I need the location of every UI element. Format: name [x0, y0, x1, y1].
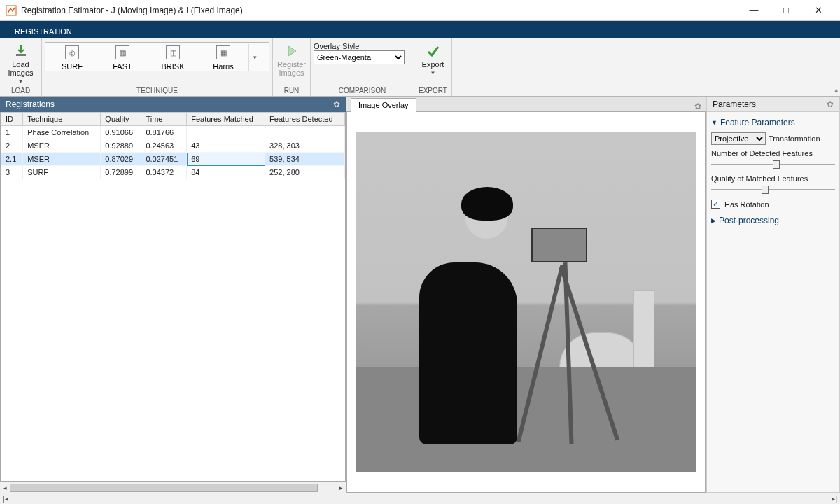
technique-brisk[interactable]: ◫BRISK — [148, 44, 198, 71]
ribbon: Load Images ▼ LOAD ◎SURF ▥FAST ◫BRISK ▦H… — [0, 38, 840, 97]
registrations-title: Registrations — [6, 99, 55, 109]
check-icon — [426, 43, 441, 59]
technique-more-button[interactable]: ▾ — [248, 44, 261, 71]
column-header[interactable]: Features Detected — [265, 113, 345, 126]
table-cell: MSER — [23, 153, 101, 166]
table-cell: 2 — [1, 139, 23, 153]
load-images-button[interactable]: Load Images ▼ — [3, 42, 38, 86]
has-rotation-checkbox[interactable]: ✓ — [711, 200, 720, 209]
transformation-label: Transformation — [769, 134, 820, 143]
technique-surf[interactable]: ◎SURF — [47, 44, 97, 71]
scroll-left-icon[interactable]: ◂ — [0, 482, 10, 493]
svg-rect-0 — [6, 6, 16, 15]
column-header[interactable]: ID — [1, 113, 23, 126]
app-icon — [6, 5, 17, 16]
surf-icon: ◎ — [65, 46, 79, 59]
expand-icon: ▼ — [711, 119, 718, 126]
overlay-style-label: Overlay Style — [314, 42, 359, 50]
table-cell: 0.027451 — [141, 153, 187, 166]
table-cell: 43 — [187, 139, 265, 153]
overlay-image-area[interactable] — [346, 112, 706, 493]
parameters-panel: Parameters ✿ ▼ Feature Parameters Projec… — [706, 97, 840, 493]
column-header[interactable]: Technique — [23, 113, 101, 126]
transformation-select[interactable]: Projective — [711, 132, 766, 145]
main-area: Registrations ✿ IDTechniqueQualityTimeFe… — [0, 97, 840, 493]
quality-matched-slider[interactable] — [711, 184, 835, 195]
minimize-button[interactable]: — — [738, 0, 770, 21]
table-cell: 0.87029 — [101, 153, 141, 166]
tab-image-overlay[interactable]: Image Overlay — [351, 98, 416, 112]
table-cell: 2.1 — [1, 153, 23, 166]
register-images-button[interactable]: Register Images — [276, 42, 307, 78]
parameters-title: Parameters — [713, 99, 756, 109]
table-row[interactable]: 2MSER0.928890.2456343328, 303 — [1, 139, 345, 153]
window-title: Registration Estimator - J (Moving Image… — [21, 6, 738, 15]
registrations-table: IDTechniqueQualityTimeFeatures MatchedFe… — [1, 112, 345, 179]
technique-harris[interactable]: ▦Harris — [198, 44, 248, 71]
register-images-label: Register Images — [277, 60, 306, 77]
column-header[interactable]: Time — [141, 113, 187, 126]
quality-matched-label: Quality of Matched Features — [711, 174, 835, 183]
play-icon — [284, 43, 300, 59]
table-row[interactable]: 1Phase Correlation0.910660.81766 — [1, 126, 345, 139]
table-cell: 0.04372 — [141, 166, 187, 179]
table-cell — [265, 126, 345, 139]
table-cell: 0.24563 — [141, 139, 187, 153]
table-row[interactable]: 3SURF0.728990.0437284252, 280 — [1, 166, 345, 179]
group-label-comparison: COMPARISON — [314, 86, 411, 96]
table-cell: 84 — [187, 166, 265, 179]
num-detected-slider[interactable] — [711, 159, 835, 170]
export-button[interactable]: Export ▼ — [417, 42, 449, 78]
group-label-run: RUN — [276, 86, 307, 96]
table-cell: 328, 303 — [265, 139, 345, 153]
scroll-right-icon[interactable]: ▸ — [336, 482, 346, 493]
maximize-button[interactable]: □ — [770, 0, 802, 21]
gear-icon[interactable]: ✿ — [827, 99, 834, 109]
status-bar: |◂ ▸| — [0, 493, 840, 504]
post-processing-group[interactable]: ▶ Post-processing — [711, 213, 835, 228]
nav-left-icon[interactable]: |◂ — [3, 495, 8, 503]
registrations-header: Registrations ✿ — [0, 97, 346, 112]
column-header[interactable]: Quality — [101, 113, 141, 126]
table-cell: 1 — [1, 126, 23, 139]
table-cell: SURF — [23, 166, 101, 179]
image-overlay-panel: Image Overlay ✿ — [346, 97, 706, 493]
gear-icon[interactable]: ✿ — [694, 102, 701, 111]
dropdown-caret-icon: ▼ — [430, 70, 436, 76]
table-cell: 0.72899 — [101, 166, 141, 179]
export-label: Export — [422, 60, 444, 69]
num-detected-label: Number of Detected Features — [711, 149, 835, 158]
technique-fast[interactable]: ▥FAST — [97, 44, 148, 71]
brisk-icon: ◫ — [166, 46, 180, 59]
table-cell: Phase Correlation — [23, 126, 101, 139]
download-icon — [13, 43, 29, 59]
table-cell: 252, 280 — [265, 166, 345, 179]
overlay-image — [356, 132, 696, 472]
table-cell: 69 — [187, 153, 265, 166]
scrollbar-thumb[interactable] — [10, 484, 318, 492]
nav-right-icon[interactable]: ▸| — [832, 495, 837, 503]
table-row[interactable]: 2.1MSER0.870290.02745169539, 534 — [1, 153, 345, 166]
feature-parameters-group[interactable]: ▼ Feature Parameters — [711, 115, 835, 130]
close-button[interactable]: ✕ — [802, 0, 834, 21]
table-cell: 0.81766 — [141, 126, 187, 139]
harris-icon: ▦ — [216, 46, 230, 59]
overlay-style-select[interactable]: Green-Magenta — [314, 50, 405, 64]
table-cell — [187, 126, 265, 139]
ribbon-collapse-icon[interactable]: ▴ — [834, 85, 839, 94]
title-bar: Registration Estimator - J (Moving Image… — [0, 0, 840, 21]
column-header[interactable]: Features Matched — [187, 113, 265, 126]
table-cell: 3 — [1, 166, 23, 179]
has-rotation-label: Has Rotation — [724, 200, 769, 209]
table-cell: 539, 534 — [265, 153, 345, 166]
parameters-header: Parameters ✿ — [706, 97, 840, 112]
load-images-label: Load Images — [4, 60, 37, 77]
table-cell: 0.91066 — [101, 126, 141, 139]
table-cell: MSER — [23, 139, 101, 153]
fast-icon: ▥ — [115, 46, 130, 59]
horizontal-scrollbar[interactable]: ◂ ▸ — [0, 482, 346, 493]
tab-registration[interactable]: REGISTRATION — [4, 24, 83, 38]
ribbon-tabstrip: REGISTRATION — [0, 21, 840, 38]
gear-icon[interactable]: ✿ — [333, 99, 340, 109]
dropdown-caret-icon: ▼ — [18, 78, 24, 85]
